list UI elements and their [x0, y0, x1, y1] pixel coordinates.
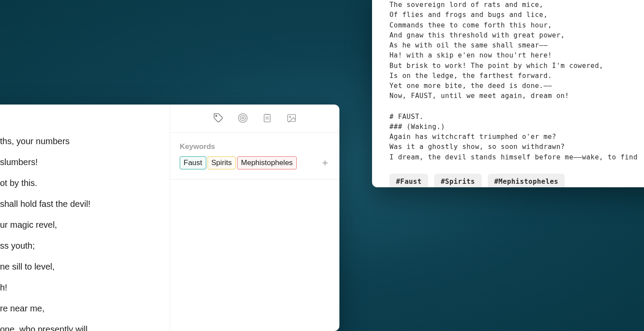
notes-tab[interactable] [262, 113, 273, 125]
tag-icon [213, 113, 224, 125]
editor-text-area[interactable]: ths, your numbers slumbers! ot by this. … [0, 105, 170, 331]
hashtag-faust[interactable]: #Faust [389, 174, 428, 187]
hashtag-list: #Faust #Spirits #Mephistopheles [389, 174, 644, 187]
svg-point-1 [238, 114, 247, 122]
text-line: ne sill to level, [0, 256, 152, 277]
text-line: one, who presently will [0, 319, 152, 331]
markdown-block-2[interactable]: # FAUST. ### (Waking.) Again has witchcr… [389, 112, 644, 162]
markdown-block-1[interactable]: The sovereign lord of rats and mice, Of … [389, 0, 644, 101]
right-markdown-window: The sovereign lord of rats and mice, Of … [372, 0, 644, 187]
keywords-section: Keywords Faust Spirits Mephistopheles + [170, 133, 339, 179]
svg-point-11 [289, 116, 291, 118]
tags-tab[interactable] [213, 113, 224, 125]
target-icon [238, 113, 248, 125]
left-editor-window: ths, your numbers slumbers! ot by this. … [0, 105, 339, 331]
keyword-tags: Faust Spirits Mephistopheles [180, 156, 298, 169]
text-line: slumbers! [0, 152, 152, 172]
svg-rect-4 [264, 115, 270, 122]
text-line: h! [0, 277, 152, 298]
svg-point-0 [215, 115, 217, 117]
svg-point-2 [240, 115, 245, 121]
image-icon [286, 113, 297, 125]
text-line: re near me, [0, 298, 152, 319]
svg-rect-10 [288, 115, 295, 122]
notepad-icon [262, 113, 272, 125]
add-keyword-button[interactable]: + [320, 158, 330, 168]
svg-point-3 [242, 117, 244, 119]
hashtag-spirits[interactable]: #Spirits [434, 174, 482, 187]
text-line: ths, your numbers [0, 131, 152, 152]
text-line: ot by this. [0, 172, 152, 193]
hashtag-mephistopheles[interactable]: #Mephistopheles [488, 174, 565, 187]
image-tab[interactable] [286, 113, 297, 125]
text-line: ur magic revel, [0, 214, 152, 235]
plus-icon: + [322, 157, 328, 169]
sidebar-tabs [170, 105, 339, 133]
goals-tab[interactable] [237, 113, 248, 125]
text-line: shall hold fast the devil! [0, 193, 152, 214]
keywords-label: Keywords [180, 142, 215, 151]
text-line: ss youth; [0, 235, 152, 256]
keyword-tag-mephistopheles[interactable]: Mephistopheles [237, 156, 297, 169]
inspector-sidebar: Keywords Faust Spirits Mephistopheles + [170, 105, 339, 331]
keyword-tag-faust[interactable]: Faust [180, 156, 206, 169]
keyword-tag-spirits[interactable]: Spirits [208, 156, 236, 169]
